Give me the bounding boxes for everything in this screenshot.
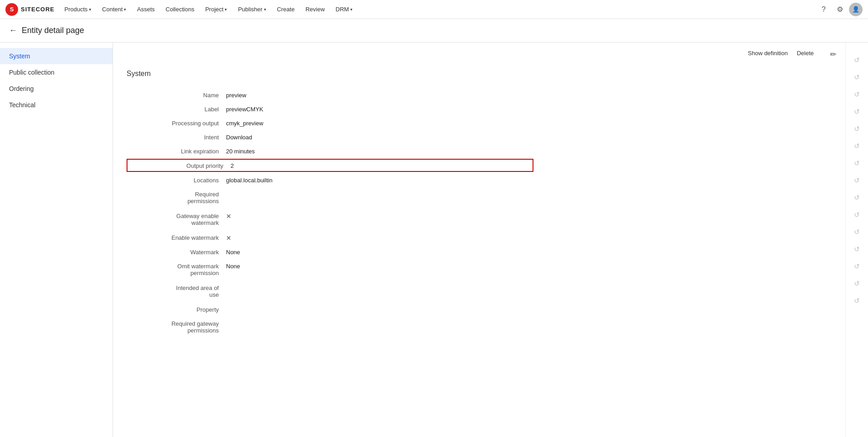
field-value-intent: Download bbox=[226, 133, 533, 141]
field-value-omit-watermark-permission: None bbox=[226, 262, 533, 270]
history-button-output-priority[interactable]: ↺ bbox=[846, 138, 868, 155]
chevron-down-icon: ▾ bbox=[124, 7, 126, 12]
sidebar-item-technical[interactable]: Technical bbox=[0, 97, 113, 113]
field-label-omit-watermark-permission: Omit watermarkpermission bbox=[127, 262, 226, 276]
field-value-name: preview bbox=[226, 91, 533, 99]
nav-publisher[interactable]: Publisher ▾ bbox=[233, 0, 270, 19]
field-row-gateway-enable-watermark: Gateway enablewatermark ✕ bbox=[127, 209, 533, 229]
field-row-locations: Locations global.local.builtin bbox=[127, 174, 533, 186]
history-button-label[interactable]: ↺ bbox=[846, 69, 868, 86]
history-button-processing-output[interactable]: ↺ bbox=[846, 86, 868, 103]
field-value-required-gateway-permissions bbox=[226, 319, 533, 320]
chevron-down-icon: ▾ bbox=[89, 7, 91, 12]
field-label-property: Property bbox=[127, 305, 226, 313]
history-button-locations[interactable]: ↺ bbox=[846, 155, 868, 172]
field-label-required-gateway-permissions: Required gatewaypermissions bbox=[127, 319, 226, 334]
field-value-link-expiration: 20 minutes bbox=[226, 147, 533, 155]
field-row-intended-area-of-use: Intended area ofuse bbox=[127, 281, 533, 301]
field-label-watermark: Watermark bbox=[127, 248, 226, 256]
nav-create[interactable]: Create bbox=[273, 0, 299, 19]
edit-button[interactable]: ✏ bbox=[830, 50, 836, 59]
nav-content[interactable]: Content ▾ bbox=[98, 0, 131, 19]
field-label-processing-output: Processing output bbox=[127, 119, 226, 127]
field-value-output-priority: 2 bbox=[231, 162, 529, 169]
fields-container: Name preview Label previewCMYK Processin… bbox=[127, 89, 533, 337]
user-avatar[interactable]: 👤 bbox=[849, 3, 863, 16]
logo-text: SITECORE bbox=[21, 6, 54, 13]
field-label-output-priority: Output priority bbox=[131, 162, 231, 169]
field-row-intent: Intent Download bbox=[127, 131, 533, 143]
history-button-required-permissions[interactable]: ↺ bbox=[846, 172, 868, 189]
field-value-gateway-enable-watermark: ✕ bbox=[226, 212, 533, 220]
field-label-label: Label bbox=[127, 105, 226, 113]
history-button-intent[interactable]: ↺ bbox=[846, 103, 868, 120]
field-label-gateway-enable-watermark: Gateway enablewatermark bbox=[127, 212, 226, 226]
history-button-link-expiration[interactable]: ↺ bbox=[846, 120, 868, 138]
delete-button[interactable]: Delete bbox=[797, 50, 814, 57]
field-label-name: Name bbox=[127, 91, 226, 99]
action-bar: Show definition Delete bbox=[748, 50, 814, 57]
sidebar: System Public collection Ordering Techni… bbox=[0, 43, 113, 437]
logo[interactable]: S SITECORE bbox=[5, 3, 54, 16]
field-label-intent: Intent bbox=[127, 133, 226, 141]
page-header: ← Entity detail page bbox=[0, 19, 868, 43]
field-value-intended-area-of-use bbox=[226, 284, 533, 285]
field-value-enable-watermark: ✕ bbox=[226, 233, 533, 242]
sidebar-item-ordering[interactable]: Ordering bbox=[0, 81, 113, 97]
field-label-enable-watermark: Enable watermark bbox=[127, 233, 226, 241]
history-button-property[interactable]: ↺ bbox=[846, 275, 868, 292]
sidebar-item-system[interactable]: System bbox=[0, 48, 113, 64]
field-value-locations: global.local.builtin bbox=[226, 176, 533, 184]
nav-drm[interactable]: DRM ▾ bbox=[331, 0, 357, 19]
field-row-property: Property bbox=[127, 303, 533, 315]
main-layout: System Public collection Ordering Techni… bbox=[0, 43, 868, 437]
field-row-link-expiration: Link expiration 20 minutes bbox=[127, 145, 533, 157]
field-value-property bbox=[226, 305, 533, 306]
chevron-down-icon: ▾ bbox=[264, 7, 266, 12]
field-value-watermark: None bbox=[226, 248, 533, 256]
field-row-enable-watermark: Enable watermark ✕ bbox=[127, 231, 533, 244]
nav-project[interactable]: Project ▾ bbox=[201, 0, 231, 19]
section-title: System bbox=[127, 70, 836, 78]
field-value-required-permissions bbox=[226, 190, 533, 191]
field-label-locations: Locations bbox=[127, 176, 226, 184]
field-value-label: previewCMYK bbox=[226, 105, 533, 113]
settings-button[interactable]: ⚙ bbox=[833, 2, 847, 17]
help-button[interactable]: ? bbox=[816, 2, 831, 17]
field-row-label: Label previewCMYK bbox=[127, 103, 533, 115]
field-label-link-expiration: Link expiration bbox=[127, 147, 226, 155]
history-button-intended-area-of-use[interactable]: ↺ bbox=[846, 258, 868, 275]
history-button-omit-watermark-permission[interactable]: ↺ bbox=[846, 241, 868, 258]
nav-assets[interactable]: Assets bbox=[132, 0, 159, 19]
nav-products[interactable]: Products ▾ bbox=[60, 0, 95, 19]
field-row-required-gateway-permissions: Required gatewaypermissions bbox=[127, 317, 533, 337]
page-title: Entity detail page bbox=[22, 26, 84, 35]
field-label-required-permissions: Requiredpermissions bbox=[127, 190, 226, 204]
history-column: ↺ ↺ ↺ ↺ ↺ ↺ ↺ ↺ ↺ ↺ ↺ ↺ ↺ ↺ ↺ bbox=[845, 43, 868, 437]
chevron-down-icon: ▾ bbox=[225, 7, 227, 12]
show-definition-button[interactable]: Show definition bbox=[748, 50, 788, 57]
field-row-watermark: Watermark None bbox=[127, 246, 533, 258]
chevron-down-icon: ▾ bbox=[350, 7, 353, 12]
sidebar-item-public-collection[interactable]: Public collection bbox=[0, 64, 113, 81]
field-row-processing-output: Processing output cmyk_preview bbox=[127, 117, 533, 129]
history-button-name[interactable]: ↺ bbox=[846, 52, 868, 69]
field-row-name: Name preview bbox=[127, 89, 533, 101]
nav-collections[interactable]: Collections bbox=[161, 0, 199, 19]
nav-review[interactable]: Review bbox=[301, 0, 330, 19]
field-value-processing-output: cmyk_preview bbox=[226, 119, 533, 127]
top-navigation: S SITECORE Products ▾ Content ▾ Assets C… bbox=[0, 0, 868, 19]
field-row-required-permissions: Requiredpermissions bbox=[127, 188, 533, 208]
history-button-gateway-enable-watermark[interactable]: ↺ bbox=[846, 189, 868, 206]
history-button-required-gateway-permissions[interactable]: ↺ bbox=[846, 292, 868, 309]
history-button-watermark[interactable]: ↺ bbox=[846, 223, 868, 241]
field-label-intended-area-of-use: Intended area ofuse bbox=[127, 284, 226, 298]
back-button[interactable]: ← bbox=[9, 26, 17, 35]
field-row-output-priority: Output priority 2 bbox=[127, 159, 533, 172]
history-button-enable-watermark[interactable]: ↺ bbox=[846, 206, 868, 223]
logo-icon: S bbox=[5, 3, 18, 16]
field-row-omit-watermark-permission: Omit watermarkpermission None bbox=[127, 260, 533, 280]
